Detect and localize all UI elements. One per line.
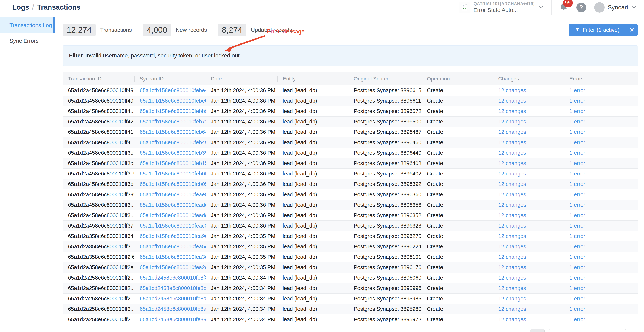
cell-syncari-id[interactable]: 65a1cfb158e6c800010feb05 [140, 181, 206, 187]
cell-errors[interactable]: 1 error [569, 306, 585, 312]
cell-changes[interactable]: 12 changes [498, 171, 526, 177]
cell-syncari-id[interactable]: 65a1cfb158e6c800010feb64 [140, 129, 206, 135]
notifications-button[interactable]: 95 [559, 3, 568, 13]
cell-changes[interactable]: 12 changes [498, 223, 526, 229]
cell-syncari-id[interactable]: 65a1cfb158e6c800010febe4 [140, 87, 206, 93]
cell-errors[interactable]: 1 error [569, 285, 585, 291]
cell-changes[interactable]: 12 changes [498, 243, 526, 249]
user-menu[interactable]: Syncari [594, 2, 644, 13]
cell-syncari-id[interactable]: 65a1cfb158e6c800010febe0 [140, 98, 206, 104]
breadcrumb-item-logs[interactable]: Logs [12, 3, 29, 11]
cell-syncari-id[interactable]: 65a1cfb158e6c800010feb49 [140, 139, 206, 145]
cell-changes[interactable]: 12 changes [498, 295, 526, 301]
cell-errors[interactable]: 1 error [569, 202, 585, 208]
cell-syncari-id[interactable]: 65a1cfb158e6c800010feae5 [140, 191, 206, 197]
cell-errors[interactable]: 1 error [569, 233, 585, 239]
cell-changes[interactable]: 12 changes [498, 150, 526, 156]
column-header-errors: Errors [564, 76, 638, 82]
pagination-next-button[interactable] [625, 329, 644, 332]
cell-syncari-id[interactable]: 65a1cfb158e6c800010febb9 [140, 108, 206, 114]
stat-new-records-value: 4,000 [142, 24, 171, 36]
cell-syncari-id[interactable]: 65a1cd2458e6c800010fe89b [140, 316, 206, 322]
cell-syncari-id[interactable]: 65a1cfb158e6c800010feade [140, 202, 206, 208]
cell-changes[interactable]: 12 changes [498, 98, 526, 104]
cell-errors[interactable]: 1 error [569, 243, 585, 249]
cell-transaction-id: 65a1d2a458e6c800010ff49a [63, 98, 134, 104]
sidebar-item-transactions-log[interactable]: Transactions Log [0, 18, 55, 33]
cell-changes[interactable]: 12 changes [498, 264, 526, 270]
cell-errors[interactable]: 1 error [569, 295, 585, 301]
cell-changes[interactable]: 12 changes [498, 129, 526, 135]
filter-button[interactable]: Filter (1 active) ✕ [568, 24, 638, 36]
cell-original-source: Postgres Synapse: 3896572 [348, 108, 422, 114]
pagination-previous-button[interactable] [530, 329, 545, 332]
cell-errors[interactable]: 1 error [569, 181, 585, 187]
cell-changes[interactable]: 12 changes [498, 108, 526, 114]
cell-syncari-id[interactable]: 65a1cfb158e6c800010fea2d [140, 264, 206, 270]
cell-errors[interactable]: 1 error [569, 191, 585, 197]
pagination-pages[interactable] [549, 329, 602, 332]
cell-syncari-id[interactable]: 65a1cfb158e6c800010feb15 [140, 160, 206, 166]
cell-changes[interactable]: 12 changes [498, 285, 526, 291]
cell-errors[interactable]: 1 error [569, 171, 585, 177]
cell-errors[interactable]: 1 error [569, 129, 585, 135]
cell-changes[interactable]: 12 changes [498, 191, 526, 197]
active-filter-banner: Filter: Invalid username, password, secu… [62, 45, 638, 66]
breadcrumb-item-transactions: Transactions [37, 3, 80, 11]
cell-errors[interactable]: 1 error [569, 316, 585, 322]
cell-changes[interactable]: 12 changes [498, 212, 526, 218]
cell-syncari-id[interactable]: 65a1cfb158e6c800010fea90 [140, 233, 206, 239]
cell-transaction-id: 65a1d2a358e6c800010ff2e7 [63, 264, 134, 270]
cell-errors[interactable]: 1 error [569, 275, 585, 281]
cell-original-source: Postgres Synapse: 3896191 [348, 254, 422, 260]
cell-syncari-id[interactable]: 65a1cfb158e6c800010feb35 [140, 150, 206, 156]
filter-banner-text: Invalid username, password, security tok… [85, 53, 241, 59]
cell-changes[interactable]: 12 changes [498, 181, 526, 187]
account-switcher[interactable]: QATRIAL101(ARCHANA+419) Error State Auto… [454, 0, 551, 15]
cell-changes[interactable]: 12 changes [498, 139, 526, 145]
cell-errors[interactable]: 1 error [569, 98, 585, 104]
cell-date: Jan 12th 2024, 4:00:36 PM [206, 98, 278, 104]
cell-syncari-id[interactable]: 65a1cd2458e6c800010fe8a3 [140, 306, 206, 312]
cell-entity: lead (lead_db) [278, 212, 348, 218]
cell-errors[interactable]: 1 error [569, 139, 585, 145]
cell-syncari-id[interactable]: 65a1cd2458e6c800010fe8a8 [140, 295, 206, 301]
filter-button-main[interactable]: Filter (1 active) [568, 24, 626, 36]
cell-errors[interactable]: 1 error [569, 119, 585, 125]
cell-syncari-id[interactable]: 65a1cfb158e6c800010feadd [140, 212, 206, 218]
filter-clear-button[interactable]: ✕ [626, 24, 638, 36]
cell-transaction-id: 65a1d2a458e6c800010ff3... [63, 202, 134, 208]
cell-syncari-id[interactable]: 65a1cd2458e6c800010fe8f3 [140, 275, 206, 281]
cell-entity: lead (lead_db) [278, 243, 348, 250]
cell-syncari-id[interactable]: 65a1cfb158e6c800010feb71 [140, 119, 206, 125]
cell-changes[interactable]: 12 changes [498, 306, 526, 312]
cell-syncari-id[interactable]: 65a1cfb158e6c800010feac0 [140, 223, 206, 229]
cell-changes[interactable]: 12 changes [498, 233, 526, 239]
cell-errors[interactable]: 1 error [569, 264, 585, 270]
cell-errors[interactable]: 1 error [569, 108, 585, 114]
cell-errors[interactable]: 1 error [569, 160, 585, 166]
cell-syncari-id[interactable]: 65a1cfb158e6c800010fea5d [140, 243, 206, 249]
cell-transaction-id: 65a1d2a258e6c800010ff2... [63, 306, 134, 312]
cell-changes[interactable]: 12 changes [498, 254, 526, 260]
cell-syncari-id[interactable]: 65a1cfb158e6c800010fea3c [140, 254, 206, 260]
cell-errors[interactable]: 1 error [569, 212, 585, 218]
cell-transaction-id: 65a1d2a458e6c800010ff4... [63, 108, 134, 114]
cell-changes[interactable]: 12 changes [498, 160, 526, 166]
help-button[interactable]: ? [576, 3, 586, 12]
cell-transaction-id: 65a1d2a358e6c800010ff34a [63, 233, 134, 239]
sidebar-item-sync-errors[interactable]: Sync Errors [0, 33, 55, 49]
cell-syncari-id[interactable]: 65a1cd2458e6c800010fe8b3 [140, 285, 206, 291]
cell-errors[interactable]: 1 error [569, 87, 585, 93]
cell-date: Jan 12th 2024, 4:00:34 PM [206, 295, 278, 302]
cell-changes[interactable]: 12 changes [498, 316, 526, 322]
cell-changes[interactable]: 12 changes [498, 275, 526, 281]
cell-errors[interactable]: 1 error [569, 254, 585, 260]
cell-syncari-id[interactable]: 65a1cfb158e6c800010feb0f [140, 171, 206, 177]
cell-changes[interactable]: 12 changes [498, 119, 526, 125]
cell-changes[interactable]: 12 changes [498, 202, 526, 208]
cell-errors[interactable]: 1 error [569, 223, 585, 229]
cell-changes[interactable]: 12 changes [498, 87, 526, 93]
table-row: 65a1d2a458e6c800010ff4... 65a1cfb158e6c8… [63, 106, 638, 116]
cell-errors[interactable]: 1 error [569, 150, 585, 156]
